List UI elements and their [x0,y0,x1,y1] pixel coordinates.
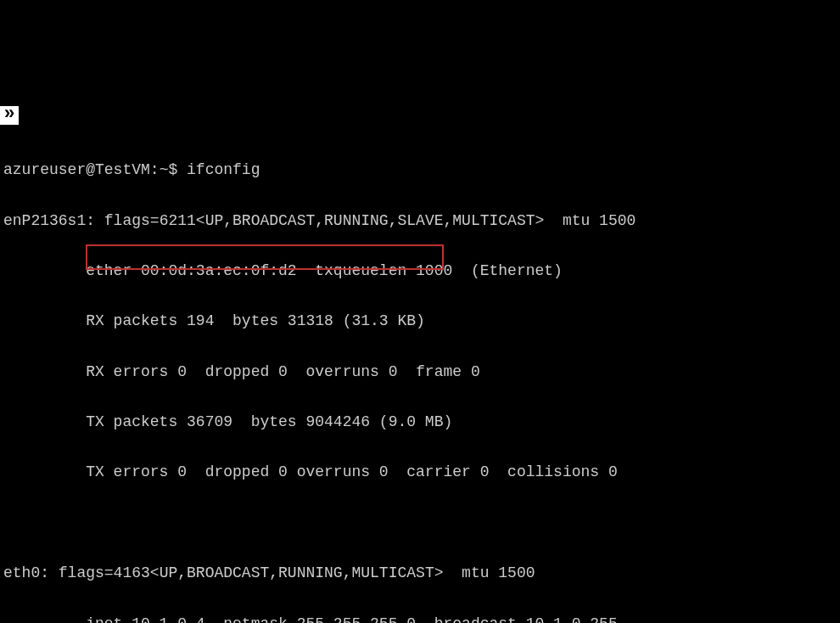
iface-enP2136s1-tx-packets: TX packets 36709 bytes 9044246 (9.0 MB) [3,410,837,435]
iface-enP2136s1-ether: ether 00:0d:3a:ec:0f:d2 txqueuelen 1000 … [3,259,837,284]
blank-line [3,511,837,536]
iface-enP2136s1-tx-errors: TX errors 0 dropped 0 overruns 0 carrier… [3,460,837,485]
iface-eth0-header: eth0: flags=4163<UP,BROADCAST,RUNNING,MU… [3,561,837,587]
prompt-line: azureuser@TestVM:~$ ifconfig [3,158,837,183]
side-indicator: » [0,106,19,125]
terminal-output: azureuser@TestVM:~$ ifconfig enP2136s1: … [3,158,837,623]
iface-enP2136s1-rx-errors: RX errors 0 dropped 0 overruns 0 frame 0 [3,360,837,385]
iface-eth0-inet: inet 10.1.0.4 netmask 255.255.255.0 broa… [3,612,837,624]
iface-enP2136s1-rx-packets: RX packets 194 bytes 31318 (31.3 KB) [3,309,837,334]
iface-enP2136s1-header: enP2136s1: flags=6211<UP,BROADCAST,RUNNI… [3,209,837,234]
